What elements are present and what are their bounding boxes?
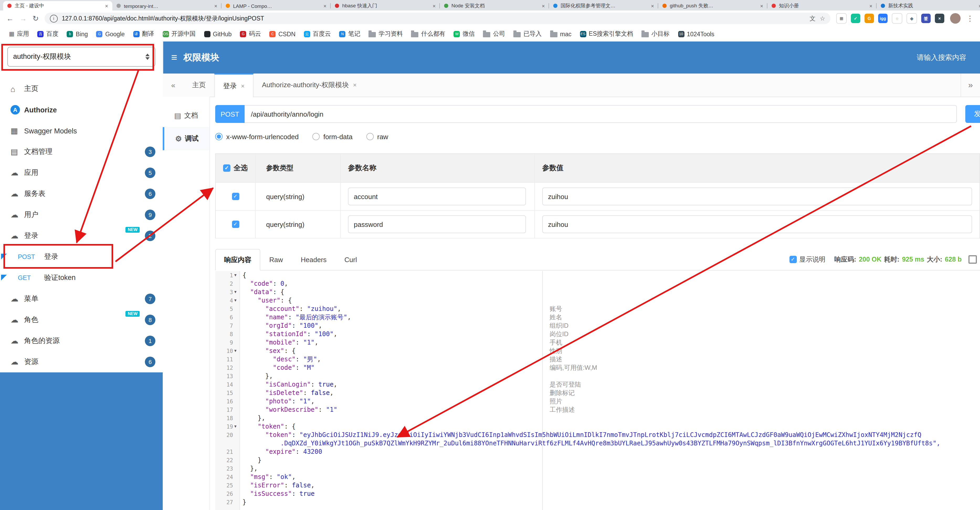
bookmark-item[interactable]: GGoogle: [93, 29, 128, 39]
reload-button[interactable]: ↻: [33, 14, 38, 22]
hamburger-menu-icon[interactable]: ≡: [171, 51, 177, 64]
extension-icon[interactable]: ◆: [907, 13, 917, 24]
tab-close-icon[interactable]: ×: [323, 3, 326, 9]
bookmark-item[interactable]: W微信: [450, 29, 479, 39]
browser-tab[interactable]: 主页 - 建设中×: [3, 1, 112, 11]
bookmark-item[interactable]: ▦应用: [5, 29, 33, 39]
profile-avatar[interactable]: [950, 13, 961, 24]
bookmark-star-icon[interactable]: ☆: [819, 15, 825, 22]
extension-icon[interactable]: igg: [878, 14, 888, 23]
expand-tabs-button[interactable]: »: [961, 73, 980, 97]
extension-icon[interactable]: 签: [921, 14, 931, 23]
response-tab[interactable]: 响应内容: [215, 249, 260, 271]
panel-tab-debug[interactable]: ⚙调试: [163, 127, 210, 150]
response-tab[interactable]: Curl: [336, 249, 366, 271]
sidebar-api-item[interactable]: POST登录: [0, 246, 163, 267]
sidebar-item[interactable]: ▦Swagger Models: [0, 120, 163, 141]
tab-close-icon[interactable]: ×: [105, 3, 108, 9]
browser-tab[interactable]: hbase 快速入门×: [331, 1, 440, 11]
bookmark-item[interactable]: GitHub: [200, 29, 235, 39]
sidebar-item[interactable]: ☁用户9: [0, 204, 163, 225]
tab-close-icon[interactable]: ×: [760, 3, 763, 9]
bookmark-item[interactable]: 什么都有: [407, 29, 449, 39]
doc-tab[interactable]: Authorize-authority-权限模块×: [253, 73, 365, 97]
module-select[interactable]: authority-权限模块: [7, 47, 155, 67]
collapse-tabs-button[interactable]: «: [163, 73, 184, 97]
browser-tab[interactable]: 新技术实践×: [877, 1, 980, 11]
param-name-input[interactable]: [348, 188, 526, 206]
tab-close-icon[interactable]: ×: [978, 3, 980, 9]
tab-close-icon[interactable]: ×: [869, 3, 872, 9]
address-bar[interactable]: i 127.0.0.1:8760/api/gate/doc.html#/auth…: [45, 13, 830, 24]
checkbox-checked-icon[interactable]: ✓: [232, 193, 239, 200]
bookmark-item[interactable]: 译翻译: [129, 29, 158, 39]
browser-tab[interactable]: github_push 失败…×: [658, 1, 767, 11]
response-tab[interactable]: Raw: [260, 249, 292, 271]
extension-icon[interactable]: ×: [935, 14, 944, 23]
extension-icon[interactable]: ○: [892, 13, 902, 24]
body-type-radio[interactable]: raw: [366, 132, 388, 140]
tab-close-icon[interactable]: ×: [353, 81, 357, 89]
bookmark-item[interactable]: 101024Tools: [674, 29, 718, 39]
panel-tab-doc[interactable]: ▤文档: [163, 104, 210, 127]
extension-icon[interactable]: ⊞: [836, 13, 847, 24]
bookmark-item[interactable]: 小目标: [638, 29, 673, 39]
sidebar-item[interactable]: ☁登录NEW2: [0, 225, 163, 246]
sidebar-item[interactable]: ☁应用5: [0, 162, 163, 183]
bookmark-item[interactable]: 学习资料: [365, 29, 407, 39]
fold-icon[interactable]: ▼: [233, 296, 238, 304]
back-button[interactable]: ←: [6, 14, 14, 22]
forward-button[interactable]: →: [19, 14, 27, 22]
doc-tab[interactable]: 登录×: [214, 73, 253, 97]
sidebar-item[interactable]: ☁资源6: [0, 351, 163, 372]
bookmark-item[interactable]: mac: [546, 29, 575, 39]
param-value-input[interactable]: [542, 188, 972, 206]
browser-tab[interactable]: temporary-int…×: [112, 1, 221, 11]
translate-icon[interactable]: 文: [810, 14, 815, 22]
browser-tab[interactable]: 国际化权限参考管理文…×: [549, 1, 658, 11]
sidebar-item[interactable]: ☁服务表6: [0, 183, 163, 204]
doc-tab[interactable]: 主页: [184, 73, 214, 97]
sidebar-api-item[interactable]: GET验证token: [0, 267, 163, 288]
browser-tab[interactable]: LAMP - Compo…×: [221, 1, 331, 11]
sidebar-item[interactable]: ▤文档管理3: [0, 141, 163, 162]
send-button[interactable]: 发送: [965, 105, 980, 123]
browser-menu-icon[interactable]: ⋮: [966, 14, 974, 22]
bookmark-item[interactable]: 已导入: [510, 29, 546, 39]
bookmark-item[interactable]: ESES搜索引擎文档: [576, 29, 637, 39]
bookmark-item[interactable]: G码云: [237, 29, 265, 39]
extension-icon[interactable]: ✓: [851, 14, 860, 23]
fold-icon[interactable]: ▼: [233, 288, 238, 296]
bookmark-item[interactable]: bBing: [63, 29, 92, 39]
tab-close-icon[interactable]: ×: [214, 3, 217, 9]
bookmark-item[interactable]: CCSDN: [266, 29, 299, 39]
bookmark-item[interactable]: 公司: [479, 29, 509, 39]
response-tab[interactable]: Headers: [292, 249, 336, 271]
extension-icon[interactable]: G: [864, 14, 874, 23]
checkbox-checked-icon[interactable]: ✓: [232, 221, 239, 228]
sidebar-item[interactable]: ☁角色的资源1: [0, 330, 163, 351]
sidebar-item[interactable]: ⌂主页: [0, 78, 163, 99]
sidebar-item[interactable]: ☁角色NEW8: [0, 309, 163, 330]
bookmark-item[interactable]: 云百度云: [300, 29, 335, 39]
tab-close-icon[interactable]: ×: [651, 3, 654, 9]
checkbox-checked-icon[interactable]: ✓: [789, 256, 797, 263]
site-info-icon[interactable]: i: [49, 14, 57, 22]
param-name-input[interactable]: [348, 215, 526, 233]
param-value-input[interactable]: [542, 215, 972, 233]
fold-icon[interactable]: ▼: [233, 347, 238, 355]
sidebar-item[interactable]: AAuthorize: [0, 99, 163, 120]
sidebar-item[interactable]: ☁菜单7: [0, 288, 163, 309]
body-type-radio[interactable]: form-data: [312, 132, 353, 140]
browser-tab[interactable]: 知识小册×: [767, 1, 877, 11]
tab-close-icon[interactable]: ×: [542, 3, 545, 9]
browser-tab[interactable]: Node 安装文档×: [440, 1, 549, 11]
bookmark-item[interactable]: 百百度: [34, 29, 62, 39]
header-search-input[interactable]: 请输入搜索内容: [917, 53, 966, 62]
checkbox-checked-icon[interactable]: ✓: [223, 164, 231, 172]
bookmark-item[interactable]: N笔记: [336, 29, 364, 39]
fold-icon[interactable]: ▼: [233, 271, 238, 279]
fullscreen-icon[interactable]: [969, 255, 977, 264]
tab-close-icon[interactable]: ×: [433, 3, 436, 9]
bookmark-item[interactable]: OS开源中国: [159, 29, 199, 39]
